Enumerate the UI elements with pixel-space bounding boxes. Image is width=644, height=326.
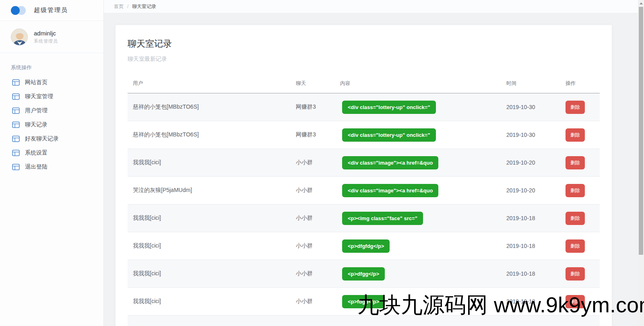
table-header-row: 用户 聊天 内容 时间 操作: [128, 74, 600, 93]
sidebar-item-label: 聊天记录: [25, 121, 47, 128]
window-layout-icon: [12, 79, 20, 86]
col-header-chat: 聊天: [291, 74, 335, 93]
cell-time: 2019-10-20: [501, 149, 560, 177]
cell-time: 2019-10-30: [501, 121, 560, 149]
sidebar-item-site-home[interactable]: 网站首页: [0, 75, 103, 89]
window-layout-icon: [12, 93, 20, 100]
cell-time: 2019-10-30: [501, 93, 560, 121]
breadcrumb-home[interactable]: 首页: [114, 3, 124, 10]
cell-chat: 网赚群3: [291, 121, 335, 149]
breadcrumb-separator: /: [127, 4, 128, 9]
sidebar-item-label: 退出登陆: [25, 163, 47, 171]
delete-button[interactable]: 删除: [566, 212, 585, 225]
cell-time: 2019-10-18: [501, 204, 560, 232]
cell-user: 哭泣的灰狼[P5jaMUdm]: [128, 177, 291, 204]
topbar: 首页 / 聊天室记录: [104, 0, 638, 13]
content-badge: <p>dfgg</p>: [342, 267, 385, 281]
window-layout-icon: [12, 107, 20, 114]
cell-chat: 小小群: [291, 232, 335, 260]
content-badge: <p><img class="face" src=": [342, 212, 423, 225]
menu-section-label: 系统操作: [11, 64, 103, 71]
cell-chat: 网赚群3: [291, 93, 335, 121]
sidebar-item-label: 网站首页: [25, 79, 47, 86]
cell-chat: 小小群: [291, 177, 335, 204]
sidebar-item-label: 用户管理: [25, 107, 47, 114]
sidebar: 超级管理员 adminljc 系统管理员 系统操作 网站首页 聊天室管理 用户管…: [0, 0, 104, 326]
user-name: adminljc: [34, 30, 58, 37]
table-row: 哭泣的灰狼[P5jaMUdm] 小小群 <div class="image"><…: [128, 177, 600, 204]
col-header-time: 时间: [501, 74, 560, 93]
table-row: 我我我[cici] 小小群 <p>dfgg</p> 2019-10-18 删除: [128, 260, 600, 288]
scrollbar-thumb[interactable]: [639, 7, 643, 255]
cell-time: 2019-10-18: [501, 260, 560, 288]
window-layout-icon: [12, 150, 20, 156]
cell-chat: 小小群: [291, 204, 335, 232]
user-avatar[interactable]: [11, 29, 28, 45]
cell-chat: 小小群: [291, 260, 335, 288]
cell-chat: 小小群: [291, 288, 335, 316]
page-subtitle: 聊天室最新记录: [128, 56, 600, 62]
table-row: 我我我[cici] 小小群 <p>dfgfdg</p> 2019-10-18 删…: [128, 232, 600, 260]
cell-user: 我我我[cici]: [128, 260, 291, 288]
cell-time: 2019-10-20: [501, 177, 560, 204]
delete-button[interactable]: 删除: [566, 184, 585, 197]
cell-user: 我我我[cici]: [128, 232, 291, 260]
cell-time: 2019-10-18: [501, 232, 560, 260]
delete-button[interactable]: 删除: [566, 267, 585, 281]
delete-button[interactable]: 删除: [566, 101, 585, 114]
col-header-user: 用户: [128, 74, 291, 93]
col-header-content: 内容: [335, 74, 501, 93]
delete-button[interactable]: 删除: [566, 239, 585, 253]
table-row: 我我我[cici] 小小群 <p><img class="face" src="…: [128, 204, 600, 232]
scroll-up-icon[interactable]: [638, 0, 644, 7]
content-badge: <div class="lottery-up" onclick=": [342, 101, 436, 114]
sidebar-item-label: 系统设置: [25, 149, 47, 157]
content-badge: <p>fdgd</p>: [342, 295, 385, 308]
cell-user: 慈祥的小笼包[MBbzTO6S]: [128, 121, 291, 149]
records-card: 聊天室记录 聊天室最新记录 用户 聊天 内容 时间 操作 慈祥的小笼包[MBbz…: [116, 25, 612, 326]
content-badge: <div class="image"><a href=&quo: [342, 184, 438, 197]
table-row: 我我我[cici] 小小群 <p>fdgd</p> 2019-10-18 删除: [128, 288, 600, 316]
cell-chat: 小小群: [291, 149, 335, 177]
user-info: adminljc 系统管理员: [34, 30, 58, 44]
sidebar-item-logout[interactable]: 退出登陆: [0, 160, 103, 174]
table-row: 慈祥的小笼包[MBbzTO6S] 网赚群3 <div class="lotter…: [128, 121, 600, 149]
window-layout-icon: [12, 136, 20, 142]
sidebar-item-chatroom-manage[interactable]: 聊天室管理: [0, 89, 103, 103]
sidebar-item-user-manage[interactable]: 用户管理: [0, 103, 103, 118]
user-panel: adminljc 系统管理员: [0, 21, 103, 53]
brand-title: 超级管理员: [34, 6, 68, 14]
sidebar-item-friend-chat-records[interactable]: 好友聊天记录: [0, 132, 103, 146]
chat-records-table: 用户 聊天 内容 时间 操作 慈祥的小笼包[MBbzTO6S] 网赚群3 <di…: [128, 74, 600, 326]
sidebar-item-chat-records[interactable]: 聊天记录: [0, 118, 103, 132]
table-row: 慈祥的小笼包[MBbzTO6S] 网赚群3 <div class="lotter…: [128, 93, 600, 121]
delete-button[interactable]: 删除: [566, 156, 585, 169]
app-logo-icon: [11, 6, 29, 15]
cell-time: 2019-10-18: [501, 288, 560, 316]
cell-user: 我我我[cici]: [128, 204, 291, 232]
sidebar-item-label: 好友聊天记录: [25, 135, 59, 142]
vertical-scrollbar[interactable]: [638, 0, 644, 326]
breadcrumb-current: 聊天室记录: [132, 3, 156, 10]
content-badge: <p>dfgfdg</p>: [342, 239, 390, 253]
window-layout-icon: [12, 164, 20, 170]
page-title: 聊天室记录: [128, 38, 600, 50]
user-role: 系统管理员: [34, 38, 58, 44]
cell-user: 我我我[cici]: [128, 149, 291, 177]
sidebar-item-label: 聊天室管理: [25, 93, 53, 100]
col-header-action: 操作: [560, 74, 600, 93]
brand-header: 超级管理员: [0, 0, 103, 21]
table-row: 我我我[cici] 小小群 <div class="image"><a href…: [128, 149, 600, 177]
cell-user: 慈祥的小笼包[MBbzTO6S]: [128, 93, 291, 121]
sidebar-item-system-settings[interactable]: 系统设置: [0, 146, 103, 160]
content-badge: <div class="lottery-up" onclick=": [342, 128, 436, 142]
delete-button[interactable]: 删除: [566, 295, 585, 308]
delete-button[interactable]: 删除: [566, 128, 585, 142]
main-content: 聊天室记录 聊天室最新记录 用户 聊天 内容 时间 操作 慈祥的小笼包[MBbz…: [104, 13, 638, 326]
cell-user: 我我我[cici]: [128, 288, 291, 316]
table-row-partial: [128, 316, 600, 326]
window-layout-icon: [12, 122, 20, 128]
content-badge: <div class="image"><a href=&quo: [342, 156, 438, 169]
